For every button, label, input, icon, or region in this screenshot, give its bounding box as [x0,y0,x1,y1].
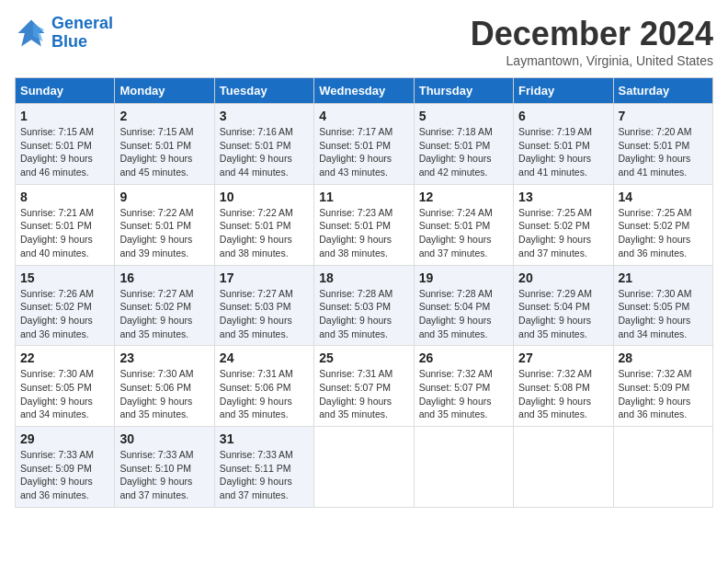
calendar-cell [613,427,712,508]
calendar-cell: 27 Sunrise: 7:32 AMSunset: 5:08 PMDaylig… [514,346,613,427]
logo-icon [15,17,48,50]
day-number: 21 [619,270,708,285]
header-row: SundayMondayTuesdayWednesdayThursdayFrid… [16,78,713,104]
calendar-cell: 18 Sunrise: 7:28 AMSunset: 5:03 PMDaylig… [314,265,414,346]
day-number: 7 [619,109,708,123]
day-number: 23 [119,350,209,365]
day-info: Sunrise: 7:28 AMSunset: 5:04 PMDaylight:… [419,287,508,341]
logo-text-general: General [51,15,113,33]
calendar-cell: 22 Sunrise: 7:30 AMSunset: 5:05 PMDaylig… [16,346,115,427]
day-number: 20 [518,270,608,285]
day-info: Sunrise: 7:32 AMSunset: 5:09 PMDaylight:… [619,367,708,421]
day-number: 12 [419,190,508,204]
calendar-week-5: 29 Sunrise: 7:33 AMSunset: 5:09 PMDaylig… [16,427,713,508]
calendar-cell: 9 Sunrise: 7:22 AMSunset: 5:01 PMDayligh… [115,184,214,265]
calendar-cell: 26 Sunrise: 7:32 AMSunset: 5:07 PMDaylig… [414,346,513,427]
day-info: Sunrise: 7:20 AMSunset: 5:01 PMDaylight:… [619,125,708,179]
day-info: Sunrise: 7:27 AMSunset: 5:02 PMDaylight:… [119,287,209,341]
day-info: Sunrise: 7:24 AMSunset: 5:01 PMDaylight:… [419,206,508,260]
calendar-cell: 25 Sunrise: 7:31 AMSunset: 5:07 PMDaylig… [314,346,414,427]
day-info: Sunrise: 7:33 AMSunset: 5:11 PMDaylight:… [220,448,309,502]
header-day-tuesday: Tuesday [214,78,313,104]
day-info: Sunrise: 7:15 AMSunset: 5:01 PMDaylight:… [20,125,109,179]
title-block: December 2024 Laymantown, Virginia, Unit… [471,15,713,68]
calendar-cell: 21 Sunrise: 7:30 AMSunset: 5:05 PMDaylig… [613,265,712,346]
day-info: Sunrise: 7:19 AMSunset: 5:01 PMDaylight:… [518,125,608,179]
day-info: Sunrise: 7:33 AMSunset: 5:09 PMDaylight:… [20,448,109,502]
day-number: 19 [419,270,508,285]
month-title: December 2024 [471,15,713,53]
day-info: Sunrise: 7:33 AMSunset: 5:10 PMDaylight:… [119,448,209,502]
calendar-cell [414,427,513,508]
day-number: 27 [518,350,608,365]
calendar-cell: 16 Sunrise: 7:27 AMSunset: 5:02 PMDaylig… [115,265,214,346]
calendar-week-1: 1 Sunrise: 7:15 AMSunset: 5:01 PMDayligh… [16,104,713,185]
calendar-cell: 14 Sunrise: 7:25 AMSunset: 5:02 PMDaylig… [613,184,712,265]
day-info: Sunrise: 7:28 AMSunset: 5:03 PMDaylight:… [319,287,408,341]
calendar-cell [314,427,414,508]
calendar-cell: 29 Sunrise: 7:33 AMSunset: 5:09 PMDaylig… [16,427,115,508]
header-day-saturday: Saturday [613,78,712,104]
calendar-cell: 5 Sunrise: 7:18 AMSunset: 5:01 PMDayligh… [414,104,513,185]
header-day-sunday: Sunday [16,78,115,104]
day-number: 8 [20,190,109,204]
calendar-cell: 24 Sunrise: 7:31 AMSunset: 5:06 PMDaylig… [214,346,313,427]
day-info: Sunrise: 7:29 AMSunset: 5:04 PMDaylight:… [518,287,608,341]
day-number: 25 [319,350,408,365]
day-number: 4 [319,109,408,123]
day-number: 10 [220,190,309,204]
header-day-thursday: Thursday [414,78,513,104]
calendar-cell: 2 Sunrise: 7:15 AMSunset: 5:01 PMDayligh… [115,104,214,185]
calendar-cell: 6 Sunrise: 7:19 AMSunset: 5:01 PMDayligh… [514,104,613,185]
day-info: Sunrise: 7:25 AMSunset: 5:02 PMDaylight:… [518,206,608,260]
calendar-cell: 12 Sunrise: 7:24 AMSunset: 5:01 PMDaylig… [414,184,513,265]
day-info: Sunrise: 7:18 AMSunset: 5:01 PMDaylight:… [419,125,508,179]
calendar-cell: 11 Sunrise: 7:23 AMSunset: 5:01 PMDaylig… [314,184,414,265]
day-info: Sunrise: 7:23 AMSunset: 5:01 PMDaylight:… [319,206,408,260]
calendar-cell: 19 Sunrise: 7:28 AMSunset: 5:04 PMDaylig… [414,265,513,346]
calendar-week-3: 15 Sunrise: 7:26 AMSunset: 5:02 PMDaylig… [16,265,713,346]
day-number: 13 [518,190,608,204]
day-number: 26 [419,350,508,365]
calendar-cell: 15 Sunrise: 7:26 AMSunset: 5:02 PMDaylig… [16,265,115,346]
calendar-cell: 3 Sunrise: 7:16 AMSunset: 5:01 PMDayligh… [214,104,313,185]
calendar-cell: 30 Sunrise: 7:33 AMSunset: 5:10 PMDaylig… [115,427,214,508]
calendar-cell: 13 Sunrise: 7:25 AMSunset: 5:02 PMDaylig… [514,184,613,265]
calendar-cell: 17 Sunrise: 7:27 AMSunset: 5:03 PMDaylig… [214,265,313,346]
day-number: 1 [20,109,109,123]
day-info: Sunrise: 7:16 AMSunset: 5:01 PMDaylight:… [220,125,309,179]
day-number: 31 [220,431,309,446]
day-number: 2 [119,109,209,123]
header-day-friday: Friday [514,78,613,104]
calendar-cell: 20 Sunrise: 7:29 AMSunset: 5:04 PMDaylig… [514,265,613,346]
calendar-cell: 4 Sunrise: 7:17 AMSunset: 5:01 PMDayligh… [314,104,414,185]
day-info: Sunrise: 7:17 AMSunset: 5:01 PMDaylight:… [319,125,408,179]
day-info: Sunrise: 7:31 AMSunset: 5:07 PMDaylight:… [319,367,408,421]
day-info: Sunrise: 7:27 AMSunset: 5:03 PMDaylight:… [220,287,309,341]
day-number: 17 [220,270,309,285]
calendar-week-4: 22 Sunrise: 7:30 AMSunset: 5:05 PMDaylig… [16,346,713,427]
location: Laymantown, Virginia, United States [471,53,713,68]
day-number: 22 [20,350,109,365]
day-info: Sunrise: 7:32 AMSunset: 5:08 PMDaylight:… [518,367,608,421]
logo: General Blue [15,15,113,52]
day-info: Sunrise: 7:15 AMSunset: 5:01 PMDaylight:… [119,125,209,179]
logo-text-blue: Blue [51,33,113,52]
day-number: 24 [220,350,309,365]
day-info: Sunrise: 7:25 AMSunset: 5:02 PMDaylight:… [619,206,708,260]
day-number: 14 [619,190,708,204]
header-day-monday: Monday [115,78,214,104]
day-number: 15 [20,270,109,285]
calendar-cell: 31 Sunrise: 7:33 AMSunset: 5:11 PMDaylig… [214,427,313,508]
day-number: 11 [319,190,408,204]
day-info: Sunrise: 7:30 AMSunset: 5:05 PMDaylight:… [619,287,708,341]
page-header: General Blue December 2024 Laymantown, V… [15,15,713,68]
day-info: Sunrise: 7:21 AMSunset: 5:01 PMDaylight:… [20,206,109,260]
calendar-table: SundayMondayTuesdayWednesdayThursdayFrid… [15,77,713,508]
header-day-wednesday: Wednesday [314,78,414,104]
day-number: 28 [619,350,708,365]
calendar-cell: 10 Sunrise: 7:22 AMSunset: 5:01 PMDaylig… [214,184,313,265]
day-number: 16 [119,270,209,285]
day-number: 5 [419,109,508,123]
day-number: 30 [119,431,209,446]
